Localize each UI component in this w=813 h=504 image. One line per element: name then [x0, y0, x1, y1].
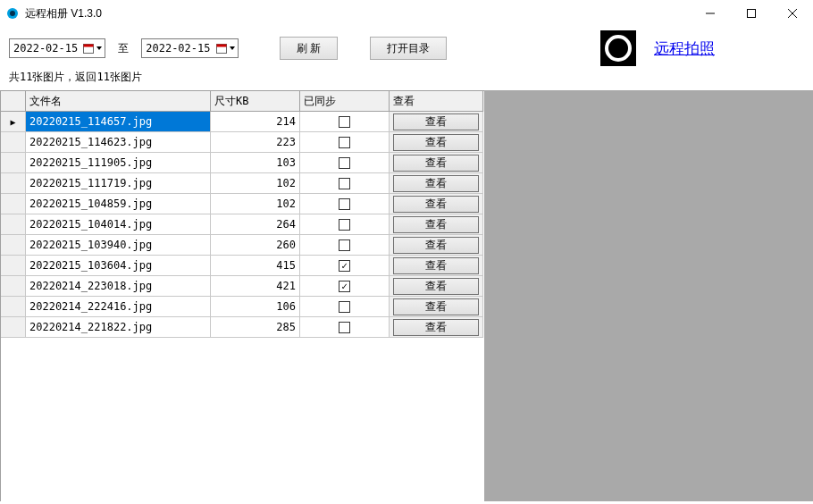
filename-cell[interactable]: 20220215_114657.jpg: [26, 112, 211, 132]
refresh-button[interactable]: 刷 新: [280, 37, 338, 60]
view-button[interactable]: 查看: [393, 319, 479, 336]
filename-cell[interactable]: 20220215_111905.jpg: [26, 153, 211, 173]
view-cell: 查看: [390, 317, 483, 338]
table-row[interactable]: 20220214_221822.jpg285查看: [1, 317, 484, 338]
filename-cell[interactable]: 20220215_103604.jpg: [26, 256, 211, 276]
view-button[interactable]: 查看: [393, 113, 479, 130]
table-row[interactable]: 20220215_103940.jpg260查看: [1, 235, 484, 256]
filename-cell[interactable]: 20220214_222416.jpg: [26, 297, 211, 317]
synced-checkbox[interactable]: [339, 260, 350, 272]
row-header[interactable]: [1, 153, 26, 173]
filename-cell[interactable]: 20220215_111719.jpg: [26, 173, 211, 194]
synced-cell[interactable]: [300, 276, 390, 297]
view-button[interactable]: 查看: [393, 155, 479, 172]
view-button[interactable]: 查看: [393, 134, 479, 151]
title-bar: 远程相册 V1.3.0: [0, 0, 813, 27]
synced-checkbox[interactable]: [339, 116, 350, 128]
header-view[interactable]: 查看: [390, 91, 483, 112]
minimize-button[interactable]: [690, 0, 731, 27]
row-header[interactable]: ▶: [1, 112, 26, 132]
size-cell[interactable]: 421: [211, 276, 300, 297]
row-header[interactable]: [1, 214, 26, 235]
row-header[interactable]: [1, 276, 26, 297]
filename-cell[interactable]: 20220215_103940.jpg: [26, 235, 211, 256]
view-button[interactable]: 查看: [393, 175, 479, 192]
row-header[interactable]: [1, 256, 26, 276]
maximize-button[interactable]: [731, 0, 772, 27]
row-header[interactable]: [1, 132, 26, 153]
synced-checkbox[interactable]: [339, 178, 350, 189]
date-to-label: 至: [118, 41, 129, 56]
synced-cell[interactable]: [300, 194, 390, 214]
filename-cell[interactable]: 20220215_104014.jpg: [26, 214, 211, 235]
synced-checkbox[interactable]: [339, 198, 350, 210]
view-cell: 查看: [390, 214, 483, 235]
filename-cell[interactable]: 20220215_104859.jpg: [26, 194, 211, 214]
open-directory-button[interactable]: 打开目录: [370, 37, 447, 60]
synced-cell[interactable]: [300, 256, 390, 276]
filename-cell[interactable]: 20220215_114623.jpg: [26, 132, 211, 153]
synced-checkbox[interactable]: [339, 281, 350, 292]
synced-cell[interactable]: [300, 297, 390, 317]
view-button[interactable]: 查看: [393, 216, 479, 233]
view-button[interactable]: 查看: [393, 237, 479, 254]
svg-marker-9: [96, 46, 102, 50]
synced-cell[interactable]: [300, 214, 390, 235]
header-size[interactable]: 尺寸KB: [211, 91, 300, 112]
synced-checkbox[interactable]: [339, 301, 350, 313]
current-row-indicator-icon: ▶: [10, 117, 15, 127]
close-button[interactable]: [772, 0, 813, 27]
size-cell[interactable]: 264: [211, 214, 300, 235]
synced-cell[interactable]: [300, 153, 390, 173]
filename-cell[interactable]: 20220214_223018.jpg: [26, 276, 211, 297]
table-row[interactable]: 20220215_104859.jpg102查看: [1, 194, 484, 214]
date-from-picker[interactable]: 2022-02-15: [9, 38, 105, 58]
synced-checkbox[interactable]: [339, 239, 350, 251]
view-button[interactable]: 查看: [393, 298, 479, 315]
size-cell[interactable]: 214: [211, 112, 300, 132]
synced-checkbox[interactable]: [339, 322, 350, 333]
remote-shoot-link[interactable]: 远程拍照: [654, 38, 715, 59]
calendar-icon: [83, 43, 94, 54]
size-cell[interactable]: 106: [211, 297, 300, 317]
table-row[interactable]: 20220214_222416.jpg106查看: [1, 297, 484, 317]
synced-cell[interactable]: [300, 132, 390, 153]
table-row[interactable]: 20220215_111905.jpg103查看: [1, 153, 484, 173]
view-button[interactable]: 查看: [393, 196, 479, 213]
size-cell[interactable]: 285: [211, 317, 300, 338]
size-cell[interactable]: 415: [211, 256, 300, 276]
header-synced[interactable]: 已同步: [300, 91, 390, 112]
table-row[interactable]: 20220215_114623.jpg223查看: [1, 132, 484, 153]
row-header[interactable]: [1, 297, 26, 317]
filename-cell[interactable]: 20220214_221822.jpg: [26, 317, 211, 338]
view-button[interactable]: 查看: [393, 278, 479, 295]
size-cell[interactable]: 223: [211, 132, 300, 153]
synced-cell[interactable]: [300, 317, 390, 338]
view-button[interactable]: 查看: [393, 257, 479, 274]
table-row[interactable]: 20220214_223018.jpg421查看: [1, 276, 484, 297]
size-cell[interactable]: 103: [211, 153, 300, 173]
synced-cell[interactable]: [300, 235, 390, 256]
row-header[interactable]: [1, 317, 26, 338]
window-title: 远程相册 V1.3.0: [25, 6, 102, 21]
size-cell[interactable]: 102: [211, 173, 300, 194]
header-filename[interactable]: 文件名: [26, 91, 211, 112]
synced-checkbox[interactable]: [339, 157, 350, 169]
synced-checkbox[interactable]: [339, 137, 350, 148]
row-header[interactable]: [1, 194, 26, 214]
view-cell: 查看: [390, 297, 483, 317]
row-header[interactable]: [1, 173, 26, 194]
table-row[interactable]: ▶20220215_114657.jpg214查看: [1, 112, 484, 132]
size-cell[interactable]: 260: [211, 235, 300, 256]
synced-checkbox[interactable]: [339, 219, 350, 231]
view-cell: 查看: [390, 112, 483, 132]
date-to-picker[interactable]: 2022-02-15: [141, 38, 238, 58]
synced-cell[interactable]: [300, 173, 390, 194]
row-header[interactable]: [1, 235, 26, 256]
synced-cell[interactable]: [300, 112, 390, 132]
toolbar: 2022-02-15 至 2022-02-15 刷 新 打开目录 远程拍照: [0, 27, 813, 66]
table-row[interactable]: 20220215_104014.jpg264查看: [1, 214, 484, 235]
table-row[interactable]: 20220215_103604.jpg415查看: [1, 256, 484, 276]
size-cell[interactable]: 102: [211, 194, 300, 214]
table-row[interactable]: 20220215_111719.jpg102查看: [1, 173, 484, 194]
